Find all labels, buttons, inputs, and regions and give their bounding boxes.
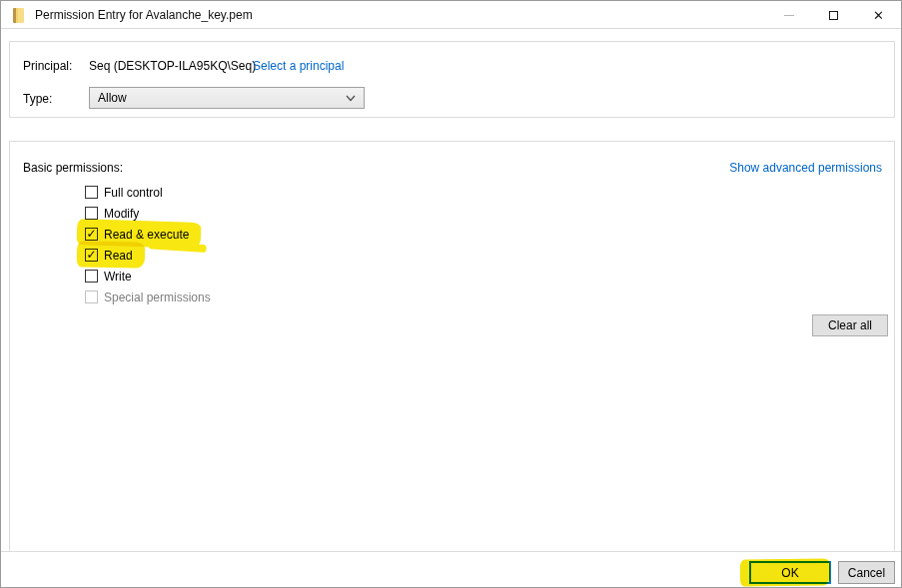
principal-section: Principal: Seq (DESKTOP-ILA95KQ\Seq) Sel… xyxy=(9,41,895,118)
checkbox-label: Write xyxy=(104,270,132,284)
clear-all-button[interactable]: Clear all xyxy=(812,314,888,336)
titlebar: Permission Entry for Avalanche_key.pem ✕ xyxy=(1,1,901,29)
checkbox-row-modify[interactable]: Modify xyxy=(85,203,139,224)
checkbox xyxy=(85,186,98,199)
chevron-down-icon xyxy=(346,95,356,102)
checkbox: ✓ xyxy=(85,249,98,262)
basic-permissions-list: Full control Modify ✓ Read & execute ✓ R… xyxy=(85,182,211,307)
principal-label: Principal: xyxy=(23,59,72,73)
show-advanced-permissions-link[interactable]: Show advanced permissions xyxy=(729,161,882,175)
checkbox-row-special-permissions[interactable]: Special permissions xyxy=(85,287,211,307)
close-button[interactable]: ✕ xyxy=(856,1,901,29)
checkbox xyxy=(85,270,98,283)
minimize-icon xyxy=(784,15,794,16)
type-label: Type: xyxy=(23,92,52,106)
checkbox-label: Modify xyxy=(104,207,139,221)
checkbox-row-full-control[interactable]: Full control xyxy=(85,182,163,203)
basic-permissions-label: Basic permissions: xyxy=(23,161,123,175)
file-icon xyxy=(13,8,24,23)
principal-value: Seq (DESKTOP-ILA95KQ\Seq) xyxy=(89,59,256,73)
minimize-button[interactable] xyxy=(766,1,811,29)
permission-entry-dialog: Permission Entry for Avalanche_key.pem ✕… xyxy=(0,0,902,588)
maximize-icon xyxy=(829,11,838,20)
cancel-button[interactable]: Cancel xyxy=(838,561,895,584)
checkbox-label: Read & execute xyxy=(104,228,189,242)
checkbox-label: Read xyxy=(104,249,133,263)
check-icon: ✓ xyxy=(86,228,96,240)
checkbox xyxy=(85,207,98,220)
checkbox-row-write[interactable]: Write xyxy=(85,266,132,287)
basic-permissions-section: Basic permissions: Show advanced permiss… xyxy=(9,141,895,552)
checkbox-row-read-execute[interactable]: ✓ Read & execute xyxy=(85,224,189,245)
select-principal-link[interactable]: Select a principal xyxy=(253,59,344,73)
check-icon: ✓ xyxy=(86,249,96,261)
ok-button[interactable]: OK xyxy=(749,561,831,584)
checkbox: ✓ xyxy=(85,228,98,241)
window-title: Permission Entry for Avalanche_key.pem xyxy=(35,1,253,29)
type-dropdown-value: Allow xyxy=(98,91,346,105)
checkbox-row-read[interactable]: ✓ Read xyxy=(85,245,133,266)
footer-separator xyxy=(1,551,901,552)
window-controls: ✕ xyxy=(766,1,901,29)
checkbox-label: Special permissions xyxy=(104,291,211,304)
maximize-button[interactable] xyxy=(811,1,856,29)
close-icon: ✕ xyxy=(873,9,884,22)
checkbox-label: Full control xyxy=(104,186,163,200)
checkbox xyxy=(85,291,98,303)
type-dropdown[interactable]: Allow xyxy=(89,87,365,109)
